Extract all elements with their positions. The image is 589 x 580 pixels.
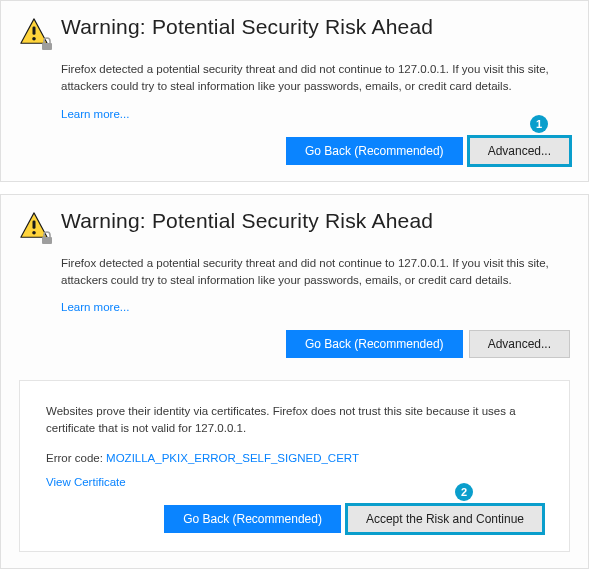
warning-panel-1: Warning: Potential Security Risk Ahead F… — [0, 0, 589, 182]
svg-rect-3 — [42, 43, 52, 50]
warning-title: Warning: Potential Security Risk Ahead — [61, 209, 433, 233]
warning-panel-2: Warning: Potential Security Risk Ahead F… — [0, 194, 589, 569]
header-row: Warning: Potential Security Risk Ahead — [19, 15, 570, 47]
error-code-line: Error code: MOZILLA_PKIX_ERROR_SELF_SIGN… — [46, 452, 543, 464]
warning-description: Firefox detected a potential security th… — [61, 61, 570, 96]
svg-point-2 — [32, 37, 36, 41]
details-button-row: 2 Go Back (Recommended) Accept the Risk … — [46, 505, 543, 533]
learn-more-link[interactable]: Learn more... — [61, 301, 129, 313]
warning-content: Firefox detected a potential security th… — [61, 61, 570, 165]
go-back-button-2[interactable]: Go Back (Recommended) — [164, 505, 341, 533]
lock-icon — [41, 37, 53, 51]
warning-icon — [19, 211, 49, 241]
svg-rect-5 — [33, 220, 36, 228]
error-code-link[interactable]: MOZILLA_PKIX_ERROR_SELF_SIGNED_CERT — [106, 452, 359, 464]
go-back-button[interactable]: Go Back (Recommended) — [286, 330, 463, 358]
go-back-button[interactable]: Go Back (Recommended) — [286, 137, 463, 165]
advanced-button[interactable]: Advanced... — [469, 330, 570, 358]
accept-risk-button[interactable]: Accept the Risk and Continue — [347, 505, 543, 533]
callout-badge-1: 1 — [530, 115, 548, 133]
warning-title: Warning: Potential Security Risk Ahead — [61, 15, 433, 39]
svg-rect-7 — [42, 237, 52, 244]
advanced-button[interactable]: Advanced... — [469, 137, 570, 165]
lock-icon — [41, 231, 53, 245]
certificate-details: Websites prove their identity via certif… — [19, 380, 570, 552]
button-row: Go Back (Recommended) Advanced... — [61, 330, 570, 358]
warning-icon — [19, 17, 49, 47]
learn-more-link[interactable]: Learn more... — [61, 108, 129, 120]
warning-description: Firefox detected a potential security th… — [61, 255, 570, 290]
view-certificate-link[interactable]: View Certificate — [46, 476, 126, 488]
callout-badge-2: 2 — [455, 483, 473, 501]
header-row: Warning: Potential Security Risk Ahead — [19, 209, 570, 241]
error-code-label: Error code: — [46, 452, 106, 464]
svg-point-6 — [32, 230, 36, 234]
svg-rect-1 — [33, 26, 36, 34]
details-description: Websites prove their identity via certif… — [46, 403, 543, 438]
button-row: 1 Go Back (Recommended) Advanced... — [61, 137, 570, 165]
warning-content: Firefox detected a potential security th… — [61, 255, 570, 359]
